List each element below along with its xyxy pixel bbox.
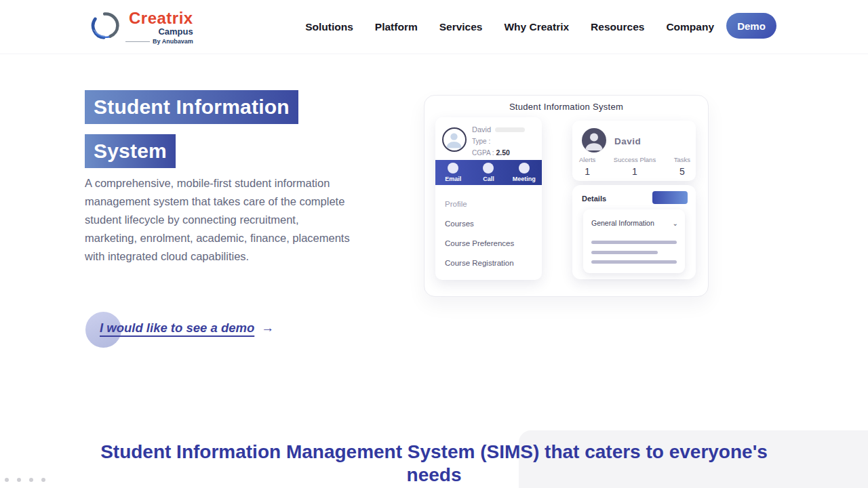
see-demo-link-label: I would like to see a demo [100,321,254,336]
general-information-dropdown: General Information [591,219,654,227]
nav-item-resources[interactable]: Resources [591,21,644,33]
page-title-line1: Student Information [85,90,298,124]
product-mock-image: Student Information System David Type : … [424,95,709,297]
brand-sub: Campus [158,26,193,37]
dot [29,478,33,482]
placeholder-line [591,241,677,244]
menu-item-courses: Courses [445,220,536,228]
placeholder-line [591,260,677,264]
details-toggle [652,191,688,204]
nav-item-solutions[interactable]: Solutions [305,21,353,33]
email-icon [448,163,458,174]
stat-success-plans: Success Plans 1 [614,156,656,177]
nav-item-services[interactable]: Services [439,21,483,33]
mock-title: Student Information System [425,102,708,112]
brand-byline: By Anubavam [125,38,193,45]
meeting-icon [519,163,530,174]
nav-item-platform[interactable]: Platform [375,21,418,33]
meeting-action: Meeting [507,160,542,185]
main-nav: Solutions Platform Services Why Creatrix… [305,0,714,54]
mock-details-card: Details General Information ⌄ [572,185,696,279]
student-avatar-icon [442,127,467,152]
section-heading: Student Information Management System (S… [95,441,773,487]
student-name: David [472,125,491,134]
call-action: Call [471,160,506,185]
details-panel: General Information ⌄ [583,209,685,273]
menu-item-profile: Profile [445,200,536,208]
call-icon [483,163,494,174]
demo-button[interactable]: Demo [726,13,776,39]
stat-alerts: Alerts 1 [579,156,595,177]
page-title-line2: System [85,134,176,168]
dot [17,478,21,482]
placeholder-pill [495,127,525,132]
chevron-down-icon: ⌄ [673,220,678,227]
menu-item-course-preferences: Course Preferences [445,239,536,247]
stat-success-plans-value: 1 [632,166,637,177]
student-type-label: Type : [472,138,525,145]
page: Creatrix Campus By Anubavam Solutions Pl… [0,0,868,488]
placeholder-line [591,251,658,254]
student-info: David Type : CGPA : 2.50 [472,125,525,157]
arrow-right-icon: → [261,321,274,336]
logo[interactable]: Creatrix Campus By Anubavam [91,9,193,45]
contact-action-bar: Email Call Meeting [435,160,542,185]
site-header: Creatrix Campus By Anubavam Solutions Pl… [0,0,868,54]
logo-text: Creatrix Campus By Anubavam [125,9,193,45]
stat-tasks-label: Tasks [674,156,690,163]
summary-avatar-icon [582,128,606,152]
brand-name: Creatrix [129,9,193,26]
meeting-label: Meeting [513,176,536,182]
details-label: Details [582,195,606,203]
see-demo-link[interactable]: I would like to see a demo → [100,321,274,336]
stat-tasks-value: 5 [679,166,685,177]
student-cgpa: CGPA : 2.50 [472,148,525,157]
cgpa-label: CGPA : [472,149,494,157]
mock-summary-card: David Alerts 1 Success Plans 1 Tasks 5 [572,121,696,181]
summary-name: David [614,136,641,146]
menu-item-course-registration: Course Registration [445,259,536,267]
dot [5,478,9,482]
call-label: Call [483,176,494,182]
email-label: Email [445,176,461,182]
decorative-dots [5,478,45,482]
mock-menu: Profile Courses Course Preferences Cours… [445,200,536,279]
stat-tasks: Tasks 5 [674,156,690,177]
dot [41,478,45,482]
stat-alerts-value: 1 [585,166,590,177]
email-action: Email [435,160,471,185]
nav-item-why-creatrix[interactable]: Why Creatrix [504,21,569,33]
summary-stats: Alerts 1 Success Plans 1 Tasks 5 [579,156,690,177]
nav-item-company[interactable]: Company [666,21,714,33]
stat-success-plans-label: Success Plans [614,156,656,163]
hero-description: A comprehensive, mobile-first student in… [85,174,354,266]
mock-student-card: David Type : CGPA : 2.50 Email Call [435,117,542,280]
logo-swirl-icon [91,11,121,43]
cgpa-value: 2.50 [496,148,509,157]
stat-alerts-label: Alerts [579,156,595,163]
